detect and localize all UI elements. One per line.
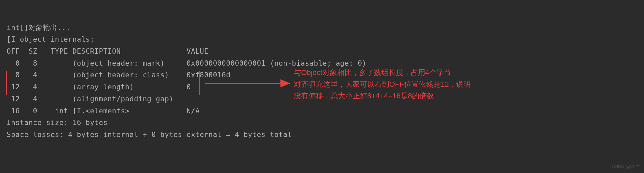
annotation-line-3: 没有偏移，总大小正好8+4+4=16是8的倍数 bbox=[294, 90, 471, 102]
output-row-3: 12 4 (alignment/padding gap) bbox=[7, 95, 187, 103]
annotation-line-2: 对齐填充这里，大家可以看到OFF位置依然是12，说明 bbox=[294, 78, 471, 90]
output-row-0: 0 8 (object header: mark) 0x000000000000… bbox=[7, 59, 367, 67]
output-line-title: int[]对象输出... bbox=[7, 24, 70, 32]
output-table-header: OFF SZ TYPE DESCRIPTION VALUE bbox=[7, 47, 209, 55]
watermark-text: CSDN @阿-牛 bbox=[612, 163, 640, 170]
output-space-losses: Space losses: 4 bytes internal + 0 bytes… bbox=[7, 131, 292, 139]
annotation-line-1: 与Object对象相比，多了数组长度，占用4个字节 bbox=[294, 67, 471, 78]
output-row-4: 16 0 int [I.<elements> N/A bbox=[7, 107, 200, 115]
output-row-1: 8 4 (object header: class) 0xf800016d bbox=[7, 71, 230, 79]
output-row-2: 12 4 (array length) 0 bbox=[7, 83, 191, 91]
annotation-text: 与Object对象相比，多了数组长度，占用4个字节 对齐填充这里，大家可以看到O… bbox=[294, 67, 471, 102]
output-line-internals-header: [I object internals: bbox=[7, 35, 94, 43]
output-instance-size: Instance size: 16 bytes bbox=[7, 119, 108, 127]
